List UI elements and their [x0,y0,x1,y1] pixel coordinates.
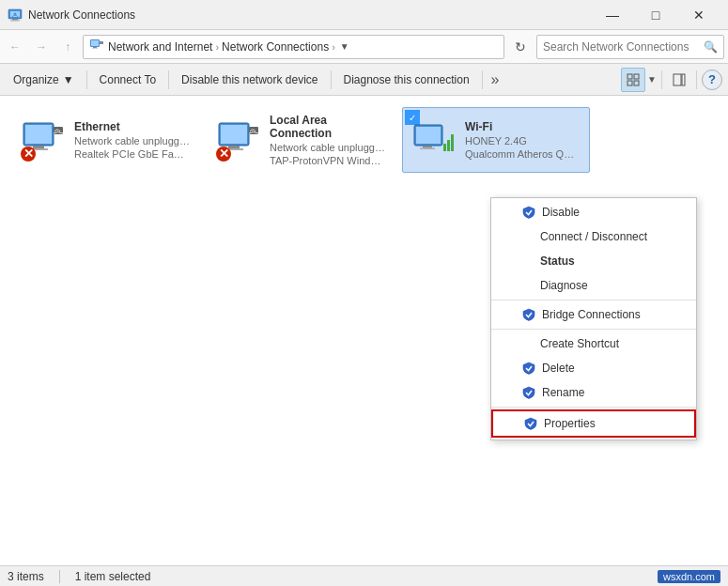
svg-rect-6 [91,40,99,46]
svg-point-21 [56,135,59,138]
ctx-rename[interactable]: Rename [491,380,696,405]
disable-button[interactable]: Disable this network device [174,68,325,92]
search-box[interactable]: 🔍 [536,35,724,59]
ctx-diagnose[interactable]: Diagnose [491,273,696,298]
status-separator [59,570,60,583]
help-button[interactable]: ? [702,69,722,90]
local-area-item[interactable]: ✕ Local Area Connection Network cable un… [207,107,395,173]
shield-rename-icon [521,385,536,400]
ctx-status-spacer [521,254,534,269]
ctx-disable-label: Disable [542,206,580,219]
svg-rect-11 [634,74,639,79]
ctx-status-label: Status [540,254,575,268]
svg-rect-15 [682,74,685,85]
forward-button[interactable]: → [30,36,53,58]
breadcrumb-network-internet: Network and Internet [108,40,212,54]
svg-point-29 [252,135,255,138]
toolbar-separator-2 [168,70,169,89]
window-title: Network Connections [28,8,591,22]
ethernet-item[interactable]: ✕ Ethernet Network cable unplugged Realt… [11,107,199,173]
organize-button[interactable]: Organize ▼ [6,68,82,92]
ctx-separator-3 [491,407,696,408]
wifi-icon-wrap [410,117,456,162]
toolbar-separator-1 [86,70,87,89]
selection-status: 1 item selected [75,570,151,583]
items-count: 3 items [8,570,44,583]
ctx-delete[interactable]: Delete [491,356,696,380]
svg-rect-37 [447,140,450,151]
svg-rect-3 [10,20,20,21]
ctx-bridge[interactable]: Bridge Connections [491,302,696,327]
search-input[interactable] [543,40,700,54]
shield-properties-icon [523,416,538,431]
view-chevron[interactable]: ▼ [647,74,657,85]
address-bar: ← → ↑ Network and Internet › Network Con… [0,30,728,64]
svg-rect-8 [93,47,97,48]
ctx-rename-label: Rename [542,386,584,399]
svg-rect-7 [100,41,103,44]
wifi-desc2: Qualcomm Atheros QCA9377... [465,148,581,160]
refresh-button[interactable]: ↻ [508,35,533,59]
toolbar: Organize ▼ Connect To Disable this netwo… [0,64,728,96]
ethernet-info: Ethernet Network cable unplugged Realtek… [74,120,191,160]
wifi-computer-icon [410,117,456,162]
ctx-properties[interactable]: Properties [491,409,696,438]
shield-bridge-icon [521,307,536,322]
ctx-disable[interactable]: Disable [491,200,696,224]
address-icon [89,38,104,55]
svg-rect-25 [221,125,247,144]
status-bar: 3 items 1 item selected wsxdn.com [0,565,728,586]
local-area-desc1: Network cable unplugged [270,142,386,153]
organize-label: Organize [13,73,59,86]
ethernet-desc2: Realtek PCIe GbE Family Cont... [74,148,191,160]
ethernet-icon-wrap: ✕ [20,117,65,162]
toolbar-separator-4 [482,70,483,89]
svg-text:✕: ✕ [219,146,229,161]
back-button[interactable]: ← [4,36,26,58]
svg-rect-38 [451,134,454,151]
ctx-diagnose-label: Diagnose [540,279,588,292]
ctx-separator-1 [491,300,696,301]
local-area-status-disconnected-icon: ✕ [215,146,232,162]
ctx-connect-label: Connect / Disconnect [540,230,647,243]
close-button[interactable]: ✕ [677,0,720,30]
address-box[interactable]: Network and Internet › Network Connectio… [83,35,504,59]
ctx-bridge-label: Bridge Connections [542,308,641,321]
svg-rect-12 [627,81,632,85]
ctx-status[interactable]: Status [491,249,696,273]
title-bar: Network Connections — □ ✕ [0,0,728,30]
svg-rect-2 [12,19,18,21]
svg-rect-35 [420,148,435,150]
address-chevron[interactable]: ▼ [340,41,349,52]
app-icon [8,8,23,23]
svg-text:✕: ✕ [23,146,34,161]
ctx-connect[interactable]: Connect / Disconnect [491,224,696,249]
svg-rect-13 [634,81,639,85]
local-area-name: Local Area Connection [270,114,386,140]
main-area: ✕ Ethernet Network cable unplugged Realt… [0,96,728,565]
up-button[interactable]: ↑ [56,36,79,58]
window-controls: — □ ✕ [591,0,720,30]
ctx-create-shortcut[interactable]: Create Shortcut [491,332,696,356]
more-options-button[interactable]: » [488,71,503,88]
toolbar-separator-5 [661,70,662,89]
svg-rect-17 [25,125,52,144]
ctx-shortcut-spacer [521,336,534,351]
diagnose-button[interactable]: Diagnose this connection [336,68,477,92]
view-details-button[interactable] [621,68,645,92]
svg-rect-9 [92,48,98,49]
local-area-desc2: TAP-ProtonVPN Windows Ad... [270,155,386,166]
connect-to-button[interactable]: Connect To [92,68,164,92]
maximize-button[interactable]: □ [634,0,677,30]
minimize-button[interactable]: — [591,0,634,30]
svg-rect-36 [443,144,446,151]
ctx-diagnose-spacer [521,278,534,293]
wifi-desc1: HONEY 2.4G [465,135,581,146]
organize-chevron: ▼ [63,73,74,86]
ethernet-desc1: Network cable unplugged [74,135,191,146]
svg-rect-10 [627,74,632,79]
svg-rect-14 [674,74,681,85]
preview-pane-button[interactable] [667,68,691,92]
breadcrumb-network-connections: Network Connections [222,40,329,54]
wifi-item[interactable]: ✓ Wi-Fi HONEY 2.4G Qualcomm Atheros QCA9… [402,107,590,173]
